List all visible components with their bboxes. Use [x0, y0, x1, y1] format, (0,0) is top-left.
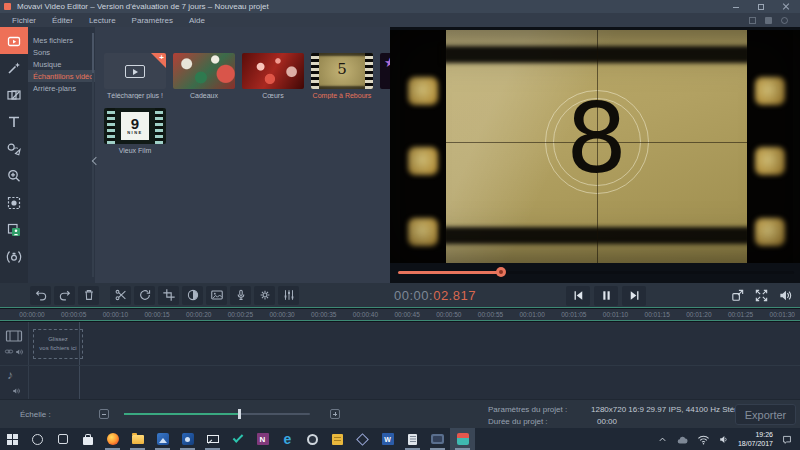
tab-transitions[interactable] — [0, 81, 28, 108]
video-track-mute-icon[interactable] — [15, 347, 25, 357]
thumbnail-oldfilm[interactable]: 9NINE — [104, 108, 166, 144]
redo-button[interactable] — [54, 286, 75, 305]
onedrive-cloud-icon[interactable] — [676, 434, 689, 445]
library-item-hearts[interactable]: Cœurs — [242, 53, 304, 99]
crop-button[interactable] — [158, 286, 179, 305]
taskbar-notepad[interactable] — [400, 428, 425, 450]
taskbar-firefox[interactable] — [100, 428, 125, 450]
seek-handle[interactable] — [496, 267, 506, 277]
library-item-oldfilm[interactable]: 9NINEVieux Film — [104, 108, 166, 154]
taskbar-cortana-search[interactable] — [25, 428, 50, 450]
todo-check-icon — [232, 432, 243, 443]
menu-social-icons — [749, 17, 788, 24]
taskbar-mail[interactable] — [200, 428, 225, 450]
seek-bar[interactable] — [398, 268, 794, 277]
taskbar-edge[interactable]: e — [275, 428, 300, 450]
tab-titles[interactable] — [0, 108, 28, 135]
tab-overlay[interactable] — [0, 216, 28, 243]
library-item-download[interactable]: +Télécharger plus ! — [104, 53, 166, 99]
zoom-in-icon[interactable] — [330, 409, 340, 419]
tab-chroma-key[interactable] — [0, 189, 28, 216]
menu-aide[interactable]: Aide — [181, 14, 213, 27]
menu-editer[interactable]: Éditer — [44, 14, 81, 27]
next-frame-button[interactable] — [622, 286, 646, 306]
undo-button[interactable] — [30, 286, 51, 305]
thumbnail-download[interactable]: + — [104, 53, 166, 89]
taskbar-movavi-editor[interactable] — [450, 428, 475, 450]
thumbnail-countdown[interactable]: 5 — [311, 53, 373, 89]
color-adjust-button[interactable] — [182, 286, 203, 305]
wifi-icon[interactable] — [697, 434, 710, 445]
taskbar-file-explorer[interactable] — [125, 428, 150, 450]
taskbar-todo-check[interactable] — [225, 428, 250, 450]
tab-pan-zoom[interactable] — [0, 162, 28, 189]
taskbar-word[interactable]: W — [375, 428, 400, 450]
fullscreen-icon[interactable] — [754, 288, 769, 303]
minimize-icon[interactable] — [732, 3, 740, 11]
volume-icon[interactable] — [778, 288, 793, 303]
category-item[interactable]: Mes fichiers — [28, 34, 95, 46]
movavi-video-editor-window: Movavi Video Editor – Version d'évaluati… — [0, 0, 800, 450]
detach-preview-icon[interactable] — [730, 288, 745, 303]
category-item[interactable]: Sons — [28, 46, 95, 58]
menu-lecture[interactable]: Lecture — [81, 14, 124, 27]
tab-import-media[interactable] — [0, 27, 28, 54]
pause-button[interactable] — [594, 286, 618, 306]
taskbar-movies-app[interactable] — [175, 428, 200, 450]
countdown-film-frame: 8 — [390, 30, 800, 263]
taskbar-viewer-3d[interactable] — [350, 428, 375, 450]
tab-capture[interactable] — [0, 243, 28, 270]
category-item[interactable]: Musique — [28, 58, 95, 70]
menu-parametres[interactable]: Paramètres — [124, 14, 181, 27]
ruler-label: 00:01:00 — [520, 311, 545, 318]
transition-wizard-button[interactable] — [206, 286, 227, 305]
thumbnail-gifts[interactable] — [173, 53, 235, 89]
maximize-icon[interactable] — [757, 3, 765, 11]
clip-properties-button[interactable] — [254, 286, 275, 305]
taskbar-onenote[interactable]: N — [250, 428, 275, 450]
thumbnail-hearts[interactable] — [242, 53, 304, 89]
facebook-icon[interactable] — [765, 17, 772, 24]
tab-callouts[interactable] — [0, 135, 28, 162]
taskbar-task-view[interactable] — [50, 428, 75, 450]
clock[interactable]: 19:26 18/07/2017 — [738, 430, 773, 448]
rotate-button[interactable] — [134, 286, 155, 305]
category-panel: Mes fichiersSonsMusiqueÉchantillons vidé… — [28, 27, 95, 283]
tools-sliders-button[interactable] — [278, 286, 299, 305]
speaker-icon[interactable] — [718, 434, 730, 445]
tray-chevron-up-icon[interactable] — [657, 434, 668, 445]
taskbar-video-app[interactable] — [425, 428, 450, 450]
social-circle-icon[interactable] — [781, 17, 788, 24]
collapse-panel-arrow[interactable] — [90, 155, 98, 167]
timeline-tracks: ♪ Glissez vos fichiers ici — [0, 322, 800, 399]
share-icon[interactable] — [749, 17, 756, 24]
category-item[interactable]: Arrière-plans — [28, 82, 95, 94]
taskbar-photos-app[interactable] — [150, 428, 175, 450]
link-tracks-icon[interactable] — [3, 347, 15, 356]
tab-filters[interactable] — [0, 54, 28, 81]
timeline-ruler[interactable]: 00:00:0000:00:0500:00:1000:00:1500:00:20… — [0, 309, 800, 321]
dropzone[interactable]: Glissez vos fichiers ici — [33, 329, 83, 359]
previous-frame-button[interactable] — [566, 286, 590, 306]
taskbar-microsoft-store[interactable] — [75, 428, 100, 450]
menu-fichier[interactable]: Fichier — [4, 14, 44, 27]
category-item[interactable]: Échantillons vidéo — [28, 70, 95, 82]
taskbar-sticky-notes[interactable] — [325, 428, 350, 450]
export-button[interactable]: Exporter — [735, 404, 796, 425]
record-audio-button[interactable] — [230, 286, 251, 305]
close-icon[interactable] — [782, 3, 790, 11]
preview-screen[interactable]: 8 — [390, 30, 800, 263]
ruler-label: 00:01:05 — [561, 311, 586, 318]
taskbar-camera-app[interactable] — [300, 428, 325, 450]
audio-track-mute-icon[interactable] — [12, 386, 22, 396]
delete-button[interactable] — [78, 286, 99, 305]
zoom-out-icon[interactable] — [99, 409, 109, 419]
microphone-icon — [234, 288, 248, 302]
scale-slider[interactable] — [124, 413, 310, 415]
scale-slider-handle[interactable] — [238, 409, 241, 419]
split-button[interactable] — [110, 286, 131, 305]
library-item-countdown[interactable]: 5Compte à Rebours — [311, 53, 373, 99]
action-center-icon[interactable] — [781, 434, 793, 445]
taskbar-start-button[interactable] — [0, 428, 25, 450]
library-item-gifts[interactable]: Cadeaux — [173, 53, 235, 99]
